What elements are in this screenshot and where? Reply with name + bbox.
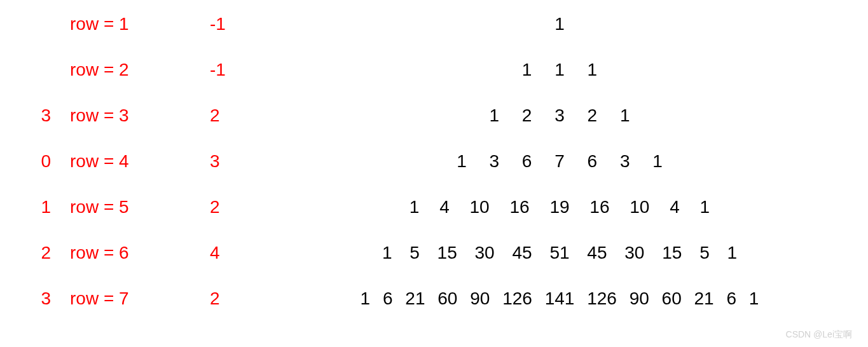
cell: 1 bbox=[745, 289, 763, 309]
cell: 1 bbox=[357, 289, 375, 309]
triangle-row-1: row = 1 -1 1 bbox=[13, 13, 855, 36]
cell: 3 bbox=[546, 105, 574, 126]
triangle-row-5: 1 row = 5 2 1 4 10 16 19 16 10 4 1 bbox=[13, 196, 855, 219]
left-number-4: 0 bbox=[13, 151, 70, 172]
cell: 1 bbox=[644, 151, 672, 172]
row-label-7: row = 7 bbox=[70, 289, 210, 309]
triangle-cells-6: 1 5 15 30 45 51 45 30 15 5 1 bbox=[264, 243, 855, 263]
cell: 4 bbox=[432, 197, 457, 217]
cell: 10 bbox=[462, 197, 497, 217]
cell: 1 bbox=[376, 243, 399, 263]
cell: 5 bbox=[693, 243, 716, 263]
triangle-row-3: 3 row = 3 2 1 2 3 2 1 bbox=[13, 104, 855, 127]
left-number-5: 1 bbox=[13, 197, 70, 217]
cell: 1 bbox=[448, 151, 476, 172]
mid-number-2: -1 bbox=[210, 60, 264, 80]
mid-number-7: 2 bbox=[210, 289, 264, 309]
cell: 21 bbox=[691, 289, 718, 309]
row-label-5: row = 5 bbox=[70, 197, 210, 217]
cell: 4 bbox=[662, 197, 687, 217]
triangle-row-6: 2 row = 6 4 1 5 15 30 45 51 45 30 15 5 1 bbox=[13, 242, 855, 264]
cell: 21 bbox=[401, 289, 429, 309]
row-label-1: row = 1 bbox=[70, 14, 210, 34]
mid-number-6: 4 bbox=[210, 243, 264, 263]
cell: 1 bbox=[579, 60, 607, 80]
row-label-3: row = 3 bbox=[70, 105, 210, 126]
cell: 45 bbox=[581, 243, 613, 263]
triangle-cells-2: 1 1 1 bbox=[264, 60, 855, 80]
cell: 1 bbox=[546, 14, 574, 34]
cell: 51 bbox=[543, 243, 575, 263]
cell: 15 bbox=[656, 243, 688, 263]
left-number-6: 2 bbox=[13, 243, 70, 263]
cell: 16 bbox=[582, 197, 617, 217]
left-number-3: 3 bbox=[13, 105, 70, 126]
triangle-cells-1: 1 bbox=[264, 14, 855, 34]
cell: 6 bbox=[379, 289, 397, 309]
cell: 141 bbox=[541, 289, 579, 309]
cell: 3 bbox=[611, 151, 639, 172]
cell: 1 bbox=[546, 60, 574, 80]
cell: 1 bbox=[480, 105, 508, 126]
triangle-row-2: row = 2 -1 1 1 1 bbox=[13, 58, 855, 81]
mid-number-5: 2 bbox=[210, 197, 264, 217]
cell: 30 bbox=[618, 243, 651, 263]
cell: 5 bbox=[403, 243, 426, 263]
cell: 30 bbox=[469, 243, 501, 263]
cell: 1 bbox=[611, 105, 639, 126]
triangle-cells-5: 1 4 10 16 19 16 10 4 1 bbox=[264, 197, 855, 217]
row-label-4: row = 4 bbox=[70, 151, 210, 172]
cell: 6 bbox=[579, 151, 607, 172]
left-number-7: 3 bbox=[13, 289, 70, 309]
cell: 45 bbox=[506, 243, 538, 263]
cell: 90 bbox=[626, 289, 653, 309]
triangle-cells-3: 1 2 3 2 1 bbox=[264, 105, 855, 126]
cell: 15 bbox=[431, 243, 464, 263]
watermark: CSDN @Lei宝啊 bbox=[786, 329, 852, 341]
cell: 1 bbox=[513, 60, 541, 80]
cell: 126 bbox=[499, 289, 536, 309]
cell: 90 bbox=[466, 289, 493, 309]
cell: 2 bbox=[579, 105, 607, 126]
cell: 60 bbox=[658, 289, 685, 309]
cell: 1 bbox=[402, 197, 427, 217]
triangle-cells-7: 1 6 21 60 90 126 141 126 90 60 21 6 1 bbox=[264, 289, 855, 309]
cell: 1 bbox=[692, 197, 718, 217]
triangle-row-7: 3 row = 7 2 1 6 21 60 90 126 141 126 90 … bbox=[13, 287, 855, 310]
cell: 10 bbox=[622, 197, 657, 217]
row-label-6: row = 6 bbox=[70, 243, 210, 263]
mid-number-1: -1 bbox=[210, 14, 264, 34]
mid-number-4: 3 bbox=[210, 151, 264, 172]
cell: 60 bbox=[434, 289, 461, 309]
cell: 6 bbox=[722, 289, 740, 309]
cell: 2 bbox=[513, 105, 541, 126]
triangle-row-4: 0 row = 4 3 1 3 6 7 6 3 1 bbox=[13, 150, 855, 173]
triangle-cells-4: 1 3 6 7 6 3 1 bbox=[264, 151, 855, 172]
cell: 1 bbox=[721, 243, 744, 263]
cell: 7 bbox=[546, 151, 574, 172]
cell: 3 bbox=[480, 151, 508, 172]
cell: 16 bbox=[502, 197, 537, 217]
cell: 6 bbox=[513, 151, 541, 172]
mid-number-3: 2 bbox=[210, 105, 264, 126]
cell: 19 bbox=[542, 197, 577, 217]
cell: 126 bbox=[583, 289, 621, 309]
row-label-2: row = 2 bbox=[70, 60, 210, 80]
